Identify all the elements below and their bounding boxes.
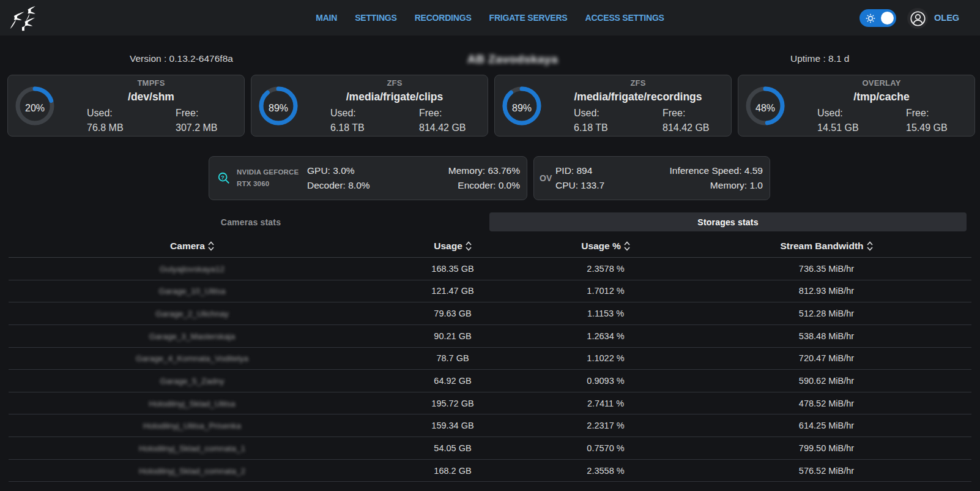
svg-text:?: ? — [221, 174, 225, 181]
